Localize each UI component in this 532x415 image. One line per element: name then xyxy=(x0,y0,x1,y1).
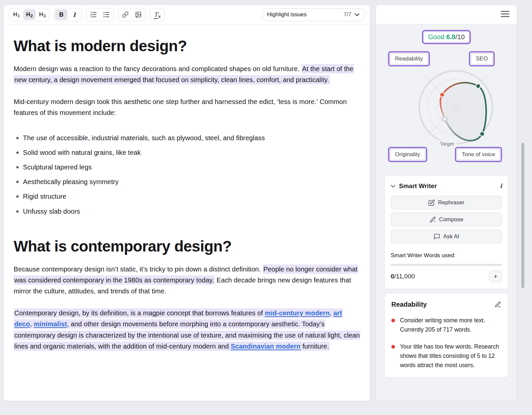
format-button-group: B I xyxy=(54,8,82,21)
overall-score: Good 6.8/10 xyxy=(424,32,468,42)
target-label: Target xyxy=(440,141,454,147)
insert-image-button[interactable] xyxy=(132,9,144,20)
smart-writer-title: Smart Writer xyxy=(399,182,437,190)
chevron-down-icon[interactable] xyxy=(391,185,395,188)
document-editor[interactable]: What is modern design? Modern design was… xyxy=(4,25,370,352)
bullet-list-button[interactable] xyxy=(100,9,112,20)
paragraph: Mid-century modern design took this aest… xyxy=(14,96,361,118)
clear-format-group: Tx xyxy=(150,8,165,21)
highlight-issues-label: Highlight issues xyxy=(267,11,307,18)
bullet-list-icon xyxy=(103,11,110,18)
link-icon xyxy=(122,11,129,18)
editor-toolbar: H1 H2 H3 B I 123 xyxy=(4,5,370,25)
heading-2-button[interactable]: H2 xyxy=(23,9,36,20)
tone-of-voice-axis-label: Tone of voice xyxy=(457,149,500,160)
rephraser-button[interactable]: Rephraser xyxy=(391,196,502,209)
clear-formatting-icon: Tx xyxy=(154,11,161,18)
plus-icon: + xyxy=(493,272,497,280)
list-item: Unfussy slab doors xyxy=(23,206,361,217)
seo-point xyxy=(476,84,480,88)
insert-link-button[interactable] xyxy=(119,9,131,20)
list-item: Sculptural tapered legs xyxy=(23,162,361,173)
score-annotation-box: Good 6.8/10 xyxy=(422,30,470,44)
readability-axis-label: Readability xyxy=(390,53,428,64)
readability-issue: Consider writing some more text. Current… xyxy=(391,316,501,335)
list-item: Aesthetically pleasing symmetry xyxy=(23,176,361,187)
doc-heading-contemporary-design: What is contemporary design? xyxy=(14,238,361,255)
list-button-group: 123 xyxy=(86,8,114,21)
readability-card-title: Readability xyxy=(391,301,427,308)
info-icon[interactable]: i xyxy=(500,183,502,189)
quality-chart-area: Target Readability SEO Originality Tone … xyxy=(376,49,517,162)
heading-1-label: H xyxy=(13,11,17,18)
tone-of-voice-point xyxy=(480,132,484,136)
rephraser-label: Rephraser xyxy=(438,199,464,206)
doc-link[interactable]: minimalist xyxy=(34,320,67,328)
list-item: Rigid structure xyxy=(23,191,361,202)
insert-button-group xyxy=(118,8,146,21)
paragraph: Modern design was a reaction to the fanc… xyxy=(14,63,361,85)
highlight-issues-dropdown[interactable]: Highlight issues 7/7 xyxy=(262,8,364,21)
menu-icon[interactable] xyxy=(501,11,509,19)
list-item: Solid wood with natural grains, like tea… xyxy=(23,147,361,158)
ask-ai-label: Ask AI xyxy=(443,233,459,240)
readability-card: Readability Consider writing some more t… xyxy=(384,293,508,378)
panel-body: Good 6.8/10 xyxy=(376,24,517,378)
issue-text: Your title has too few words. Research s… xyxy=(400,342,500,370)
rephraser-icon xyxy=(428,199,435,206)
seo-annotation-box: SEO xyxy=(469,51,495,66)
clear-formatting-button[interactable]: Tx xyxy=(151,9,163,20)
heading-3-button[interactable]: H3 xyxy=(36,9,49,20)
compose-button[interactable]: Compose xyxy=(391,213,502,226)
tone-of-voice-annotation-box: Tone of voice xyxy=(455,147,502,162)
seo-assistant-panel: Good 6.8/10 xyxy=(376,5,517,401)
originality-point xyxy=(443,117,447,121)
bold-button[interactable]: B xyxy=(55,9,67,20)
issue-text: Consider writing some more text. Current… xyxy=(400,316,500,335)
issue-highlight: Contemporary design, by its definition, … xyxy=(14,308,360,351)
scrollbar-thumb[interactable] xyxy=(521,143,524,288)
score-rating-label: Good xyxy=(428,33,444,41)
edit-pencil-icon[interactable] xyxy=(494,301,501,308)
doc-link[interactable]: mid-century modern xyxy=(265,309,330,317)
readability-annotation-box: Readability xyxy=(388,51,430,66)
issue-bullet xyxy=(391,345,395,349)
doc-heading-modern-design: What is modern design? xyxy=(14,37,361,55)
readability-issue: Your title has too few words. Research s… xyxy=(391,342,501,370)
panel-header xyxy=(376,5,517,24)
smart-writer-card: Smart Writer i Rephraser Compose Ask AI xyxy=(384,175,508,289)
paragraph: Because contemporary design isn’t static… xyxy=(14,264,361,297)
svg-text:3: 3 xyxy=(90,16,92,18)
readability-point xyxy=(440,92,445,97)
chat-bubble-icon xyxy=(434,233,440,240)
originality-annotation-box: Originality xyxy=(388,147,427,162)
words-used-count: 0/11,000 xyxy=(391,273,415,280)
add-words-button[interactable]: + xyxy=(489,270,502,282)
compose-label: Compose xyxy=(439,216,464,223)
issue-bullet xyxy=(391,319,395,322)
heading-2-label: H xyxy=(26,11,30,18)
heading-3-label: H xyxy=(39,11,43,18)
words-used-label: Smart Writer Words used: xyxy=(391,252,502,259)
ordered-list-icon: 123 xyxy=(90,11,97,18)
words-used-progress xyxy=(391,264,502,266)
editor-card: H1 H2 H3 B I 123 xyxy=(3,5,370,401)
chevron-down-icon xyxy=(355,11,359,18)
italic-button[interactable]: I xyxy=(68,9,80,20)
highlight-issues-count: 7/7 xyxy=(343,11,351,18)
heading-1-button[interactable]: H1 xyxy=(10,9,23,20)
originality-axis-label: Originality xyxy=(390,149,425,160)
list-item: The use of accessible, industrial materi… xyxy=(23,133,361,144)
image-icon xyxy=(135,11,142,18)
doc-link[interactable]: Scandinavian modern xyxy=(231,343,301,350)
paragraph: Contemporary design, by its definition, … xyxy=(14,308,361,352)
ask-ai-button[interactable]: Ask AI xyxy=(391,230,502,243)
score-value: 6.8 xyxy=(446,33,456,41)
compose-icon xyxy=(430,216,436,223)
ordered-list-button[interactable]: 123 xyxy=(87,9,99,20)
score-total: /10 xyxy=(456,33,465,41)
bullet-list: The use of accessible, industrial materi… xyxy=(14,133,361,217)
seo-axis-label: SEO xyxy=(471,53,492,64)
heading-button-group: H1 H2 H3 xyxy=(9,8,50,21)
